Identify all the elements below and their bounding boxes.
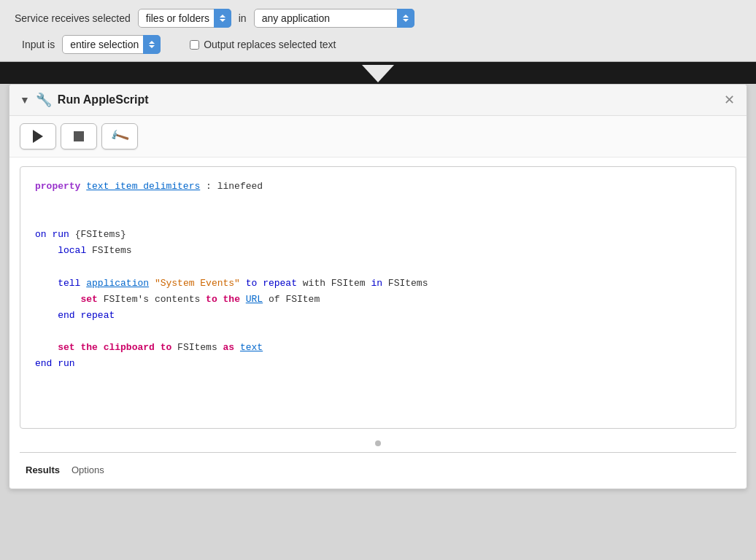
code-editor[interactable]: property text item delimiters : linefeed… — [20, 166, 736, 429]
code-line-10 — [35, 324, 721, 340]
collapse-arrow-icon[interactable]: ▼ — [20, 94, 30, 106]
hammer-icon: 🔨 — [109, 125, 131, 147]
applescript-icon: 🔧 — [36, 92, 52, 108]
stepper-up-icon — [220, 15, 225, 18]
code-line-11: set the clipboard to FSItems as text — [35, 340, 721, 356]
card-header: ▼ 🔧 Run AppleScript ✕ — [9, 85, 747, 116]
output-checkbox-label[interactable]: Output replaces selected text — [190, 39, 336, 50]
scrollbar-area — [9, 438, 747, 452]
output-checkbox[interactable] — [190, 40, 199, 50]
code-line-8: set FSItem's contents to the URL of FSIt… — [35, 292, 721, 308]
service-label: Service receives selected — [15, 12, 131, 24]
connector-arrow-inner — [362, 65, 394, 82]
play-icon — [33, 130, 43, 143]
app-dropdown-wrapper[interactable]: any application Finder Safari — [254, 9, 414, 28]
input-dropdown-stepper[interactable] — [143, 35, 161, 54]
card-header-left: ▼ 🔧 Run AppleScript — [20, 92, 149, 108]
code-line-9: end repeat — [35, 308, 721, 324]
stop-icon — [74, 131, 84, 141]
card-body-bottom: Results Options — [9, 452, 747, 489]
tab-results[interactable]: Results — [20, 462, 66, 478]
stepper-down-icon — [403, 19, 409, 22]
service-row: Service receives selected files or folde… — [15, 9, 741, 28]
code-line-7: tell application "System Events" to repe… — [35, 276, 721, 292]
stepper-up-icon — [403, 15, 409, 18]
input-label: Input is — [22, 39, 55, 50]
app-dropdown[interactable]: any application Finder Safari — [254, 9, 414, 28]
card-close-button[interactable]: ✕ — [722, 93, 736, 106]
stepper-down-icon — [149, 45, 155, 48]
input-dropdown-wrapper[interactable]: entire selection no input — [62, 35, 161, 54]
card-title: Run AppleScript — [58, 93, 149, 106]
compile-button[interactable]: 🔨 — [101, 123, 138, 149]
code-line-6 — [35, 259, 721, 275]
connector-area — [0, 62, 756, 84]
tab-options[interactable]: Options — [66, 462, 110, 478]
bottom-tabs: Results Options — [9, 453, 747, 478]
scrollbar-dot — [375, 440, 381, 446]
code-line-3 — [35, 211, 721, 227]
input-row: Input is entire selection no input Outpu… — [15, 35, 741, 54]
code-line-1: property text item delimiters : linefeed — [35, 179, 721, 195]
output-label: Output replaces selected text — [204, 39, 336, 50]
toolbar: 🔨 — [9, 116, 747, 158]
code-line-5: local FSItems — [35, 243, 721, 259]
app-dropdown-stepper[interactable] — [397, 9, 414, 28]
code-line-4: on run {FSItems} — [35, 227, 721, 243]
top-bar: Service receives selected files or folde… — [0, 0, 756, 62]
code-line-2 — [35, 195, 721, 211]
play-button[interactable] — [20, 123, 56, 149]
files-dropdown-stepper[interactable] — [214, 9, 231, 28]
stepper-down-icon — [220, 19, 225, 22]
stop-button[interactable] — [61, 123, 97, 149]
code-line-12: end run — [35, 356, 721, 372]
run-applescript-card: ▼ 🔧 Run AppleScript ✕ 🔨 property text it… — [9, 84, 747, 489]
stepper-up-icon — [149, 41, 155, 44]
files-dropdown-wrapper[interactable]: files or folders text no input — [138, 9, 231, 28]
in-label: in — [239, 12, 247, 24]
